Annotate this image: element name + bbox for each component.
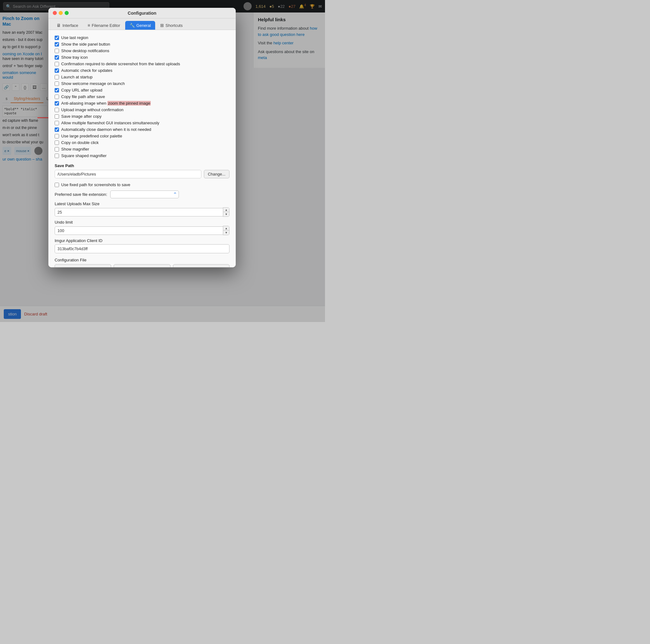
tab-general[interactable]: 🔧 General [125,21,155,30]
checkbox-desktop-notif-label: Show desktop notifications [61,48,109,53]
checkbox-anti-aliasing[interactable]: Anti-aliasing image when zoom the pinned… [55,100,229,106]
checkbox-multi-instance-label: Allow multiple flameshot GUI instances s… [61,121,159,125]
checkbox-auto-update-label: Automatic check for updates [61,68,112,73]
checkbox-multi-instance[interactable]: Allow multiple flameshot GUI instances s… [55,120,229,126]
config-file-label: Configuration File [55,258,229,262]
checkbox-show-magnifier-input[interactable] [55,147,59,151]
checkbox-fixed-path-input[interactable] [55,183,59,187]
checkbox-use-last-region-input[interactable] [55,36,59,40]
save-path-row: Change... [55,170,229,178]
import-button[interactable]: Import [114,264,170,267]
checkbox-side-panel-input[interactable] [55,42,59,46]
titlebar: Configuration [48,8,236,19]
checkbox-auto-close-daemon-input[interactable] [55,128,59,132]
checkbox-copy-dbl-click-input[interactable] [55,140,59,145]
interface-icon: 🖥 [57,23,61,28]
config-dialog: Configuration 🖥 Interface ≡ Filename Edi… [48,8,236,267]
checkbox-desktop-notif[interactable]: Show desktop notifications [55,47,229,54]
undo-limit-up[interactable]: ▲ [223,226,229,231]
tab-filename-label: Filename Editor [92,23,120,28]
latest-uploads-group: Latest Uploads Max Size ▲ ▼ [55,201,229,217]
checkbox-welcome-msg-input[interactable] [55,81,59,86]
checkbox-use-last-region-label: Use last region [61,35,88,40]
config-file-buttons: Export Import Reset [55,264,229,267]
latest-uploads-down[interactable]: ▼ [223,212,229,216]
checkbox-side-panel[interactable]: Show the side panel button [55,41,229,47]
latest-uploads-up[interactable]: ▲ [223,208,229,212]
checkbox-square-magnifier[interactable]: Square shaped magnifier [55,152,229,159]
tab-interface-label: Interface [63,23,78,28]
checkbox-fixed-path[interactable]: Use fixed path for screenshots to save [55,181,229,188]
imgur-id-label: Imgur Application Client ID [55,238,229,243]
checkbox-save-after-copy[interactable]: Save image after copy [55,113,229,120]
checkbox-anti-aliasing-label: Anti-aliasing image when zoom the pinned… [61,101,151,106]
checkbox-welcome-msg[interactable]: Show welcome message on launch [55,80,229,87]
checkbox-copy-path-input[interactable] [55,95,59,99]
undo-limit-down[interactable]: ▼ [223,231,229,235]
checkbox-large-palette[interactable]: Use large predefined color palette [55,133,229,139]
undo-limit-input[interactable] [55,227,223,235]
latest-uploads-row: ▲ ▼ [55,207,229,217]
imgur-id-input[interactable] [55,244,229,253]
checkbox-auto-close-daemon-label: Automatically close daemon when it is no… [61,127,151,132]
checkbox-copy-path-label: Copy file path after save [61,94,105,99]
checkbox-desktop-notif-input[interactable] [55,49,59,53]
checkbox-launch-startup[interactable]: Launch at startup [55,74,229,80]
tab-interface[interactable]: 🖥 Interface [52,21,83,30]
checkbox-confirm-delete[interactable]: Confirmation required to delete screensh… [55,61,229,67]
checkbox-side-panel-label: Show the side panel button [61,42,110,46]
tab-shortcuts[interactable]: ⊞ Shortcuts [156,21,187,30]
checkbox-auto-update-input[interactable] [55,68,59,73]
checkbox-use-last-region[interactable]: Use last region [55,34,229,41]
checkbox-tray-icon[interactable]: Show tray icon [55,54,229,61]
tab-filename[interactable]: ≡ Filename Editor [83,21,124,30]
undo-limit-label: Undo limit [55,220,229,225]
tabs-bar: 🖥 Interface ≡ Filename Editor 🔧 General … [48,19,236,30]
checkbox-tray-icon-input[interactable] [55,55,59,60]
checkbox-large-palette-label: Use large predefined color palette [61,134,122,138]
undo-limit-group: Undo limit ▲ ▼ [55,220,229,235]
checkbox-copy-url-input[interactable] [55,88,59,93]
checkbox-copy-dbl-click[interactable]: Copy on double click [55,139,229,146]
latest-uploads-label: Latest Uploads Max Size [55,201,229,206]
checkbox-auto-update[interactable]: Automatic check for updates [55,67,229,74]
highlighted-zoom-text: zoom the pinned image [107,101,151,106]
preferred-ext-label: Preferred save file extension: [55,192,107,197]
checkbox-show-magnifier[interactable]: Show magnifier [55,146,229,152]
shortcuts-icon: ⊞ [160,23,164,28]
checkbox-copy-path[interactable]: Copy file path after save [55,93,229,100]
window-buttons [53,11,69,15]
checkbox-upload-no-confirm-label: Upload image without confirmation [61,107,123,112]
checkbox-save-after-copy-input[interactable] [55,114,59,119]
preferred-ext-select[interactable]: png jpg bmp [110,191,179,198]
content-area: Use last region Show the side panel butt… [48,30,236,267]
export-button[interactable]: Export [55,264,111,267]
checkbox-copy-url-label: Copy URL after upload [61,88,102,93]
checkbox-upload-no-confirm[interactable]: Upload image without confirmation [55,106,229,113]
checkbox-fixed-path-label: Use fixed path for screenshots to save [61,182,130,187]
imgur-id-group: Imgur Application Client ID [55,238,229,253]
checkbox-multi-instance-input[interactable] [55,121,59,125]
checkbox-square-magnifier-input[interactable] [55,154,59,158]
checkbox-large-palette-input[interactable] [55,134,59,138]
preferred-ext-select-wrapper: png jpg bmp ⌃ [110,191,179,198]
reset-button[interactable]: Reset [173,264,229,267]
latest-uploads-input[interactable] [55,208,223,216]
change-button[interactable]: Change... [204,170,229,178]
save-path-input[interactable] [55,170,202,178]
general-icon: 🔧 [130,23,135,28]
checkbox-confirm-delete-input[interactable] [55,62,59,66]
checkbox-confirm-delete-label: Confirmation required to delete screensh… [61,62,180,66]
undo-limit-row: ▲ ▼ [55,226,229,235]
preferred-ext-row: Preferred save file extension: png jpg b… [55,191,229,198]
maximize-button[interactable] [65,11,69,15]
close-button[interactable] [53,11,57,15]
checkbox-anti-aliasing-input[interactable] [55,101,59,106]
checkbox-launch-startup-input[interactable] [55,75,59,79]
checkbox-auto-close-daemon[interactable]: Automatically close daemon when it is no… [55,126,229,133]
minimize-button[interactable] [59,11,63,15]
latest-uploads-spinner: ▲ ▼ [223,207,229,217]
checkbox-upload-no-confirm-input[interactable] [55,108,59,112]
checkbox-copy-url[interactable]: Copy URL after upload [55,87,229,93]
checkbox-launch-startup-label: Launch at startup [61,75,93,79]
